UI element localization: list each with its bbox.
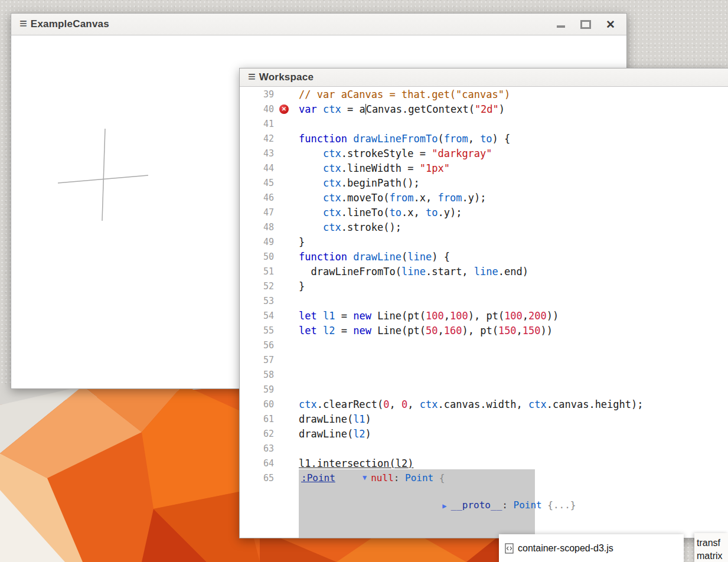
value-class-name: Point	[405, 471, 433, 485]
code-line[interactable]: 46 ctx.moveTo(from.x, from.y);	[240, 190, 728, 205]
code-text: ctx.lineTo(to.x, to.y);	[294, 207, 462, 218]
code-line[interactable]: 53	[240, 293, 728, 308]
error-icon[interactable]: ✕	[279, 104, 289, 114]
code-token: = a	[341, 103, 365, 115]
code-text: let l2 = new Line(pt(50,160), pt(150,150…	[294, 325, 553, 336]
code-line[interactable]: 62drawLine(l2)	[240, 426, 728, 441]
desktop: ≡ ExampleCanvas ✕ ≡ Workspace 39// var a…	[0, 0, 728, 562]
code-line[interactable]: 60ctx.clearRect(0, 0, ctx.canvas.width, …	[240, 397, 728, 411]
code-line[interactable]: 58	[240, 367, 728, 382]
example-canvas-title: ExampleCanvas	[31, 18, 109, 30]
code-token	[317, 310, 323, 322]
proto-name: __proto__	[451, 499, 502, 511]
code-token: 150	[498, 325, 517, 336]
workspace-titlebar[interactable]: ≡ Workspace	[240, 68, 728, 87]
code-token: .moveTo(	[341, 192, 390, 204]
proto-class-name: Point	[514, 499, 542, 511]
code-line[interactable]: 45 ctx.beginPath();	[240, 175, 728, 190]
proto-separator: :	[502, 499, 513, 511]
code-line[interactable]: 51 drawLineFromTo(line.start, line.end)	[240, 264, 728, 279]
code-token: ,	[517, 325, 523, 336]
code-token	[299, 148, 323, 159]
code-token: ctx	[323, 177, 341, 189]
code-token: .x,	[401, 207, 426, 218]
line-number: 54	[240, 311, 274, 321]
code-token: new	[353, 310, 371, 322]
file-list-item[interactable]: container-scoped-d3.js	[518, 543, 613, 554]
code-token: ), pt(	[462, 325, 498, 336]
code-line[interactable]: 42function drawLineFromTo(from, to) {	[240, 131, 728, 146]
value-null: null	[371, 471, 394, 485]
code-line[interactable]: 43 ctx.strokeStyle = "darkgray"	[240, 146, 728, 161]
code-line[interactable]: 50function drawLine(line) {	[240, 249, 728, 264]
line-number: 42	[240, 133, 274, 144]
code-line[interactable]: 54let l1 = new Line(pt(100,100), pt(100,…	[240, 308, 728, 323]
line-number: 59	[240, 384, 274, 395]
code-editor[interactable]: 39// var aCanvas = that.get("canvas")40✕…	[240, 87, 728, 538]
code-text: ctx.beginPath();	[294, 177, 420, 189]
code-text: function drawLine(line) {	[294, 251, 450, 263]
window-controls: ✕	[556, 19, 616, 30]
code-token: "1px"	[420, 162, 450, 174]
value-separator: :	[394, 471, 405, 485]
code-line[interactable]: 41	[240, 116, 728, 131]
code-line[interactable]: 39// var aCanvas = that.get("canvas")	[240, 87, 728, 102]
line-number: 65	[240, 473, 274, 483]
code-token: Line(pt(	[371, 310, 426, 322]
code-token	[299, 162, 323, 174]
code-token: from	[438, 192, 462, 204]
code-token: )	[365, 413, 371, 425]
code-line[interactable]: 52}	[240, 279, 728, 293]
collapse-arrow-icon[interactable]: ▼	[363, 471, 367, 485]
code-line[interactable]: 55let l2 = new Line(pt(50,160), pt(150,1…	[240, 323, 728, 338]
hamburger-menu-icon[interactable]: ≡	[11, 17, 31, 31]
code-token: l2	[323, 325, 335, 336]
close-button[interactable]: ✕	[605, 19, 616, 30]
code-token: ,	[407, 398, 419, 410]
expand-arrow-icon[interactable]: ▶	[442, 502, 446, 510]
code-line[interactable]: 47 ctx.lineTo(to.x, to.y);	[240, 205, 728, 220]
code-token: 160	[444, 325, 462, 336]
code-token: .y);	[462, 192, 486, 204]
code-token: to	[426, 207, 438, 218]
code-line[interactable]: 57	[240, 352, 728, 367]
minimize-button[interactable]	[556, 19, 566, 30]
code-token: l1	[323, 310, 335, 322]
code-token: "darkgray"	[432, 148, 492, 159]
code-token: 0	[401, 398, 407, 410]
code-token: ,	[444, 310, 450, 322]
code-token: ,	[523, 310, 528, 322]
code-line[interactable]: 49}	[240, 234, 728, 249]
code-line[interactable]: 64l1.intersection(l2)	[240, 456, 728, 470]
code-line[interactable]: 63	[240, 441, 728, 456]
code-line[interactable]: 44 ctx.lineWidth = "1px"	[240, 161, 728, 175]
code-token: function	[299, 133, 347, 145]
code-token: 200	[528, 310, 547, 322]
maximize-button[interactable]	[580, 19, 591, 30]
code-token: ctx	[323, 103, 341, 115]
code-token: drawLine(	[299, 428, 353, 440]
line-number: 61	[240, 414, 274, 424]
code-token: 100	[450, 310, 468, 322]
inspector-widget[interactable]: :Point ▼ null: Point { ▶__proto__: Point…	[299, 469, 535, 538]
hamburger-menu-icon[interactable]: ≡	[240, 70, 259, 84]
code-lines: 39// var aCanvas = that.get("canvas")40✕…	[240, 87, 728, 485]
code-token: 100	[426, 310, 444, 322]
result-type-link[interactable]: :Point	[301, 471, 363, 485]
code-line[interactable]: 48 ctx.stroke();	[240, 220, 728, 234]
code-token: drawLine	[353, 251, 401, 263]
code-text: var ctx = aCanvas.getContext("2d")	[294, 103, 505, 115]
code-token: 0	[383, 398, 389, 410]
code-token: to	[390, 207, 401, 218]
code-token: )	[365, 428, 371, 440]
code-line[interactable]: 59	[240, 382, 728, 397]
code-line[interactable]: 40✕var ctx = aCanvas.getContext("2d")	[240, 102, 728, 116]
code-token: to	[480, 133, 492, 145]
code-text: l1.intersection(l2)	[294, 458, 413, 469]
code-text: drawLineFromTo(line.start, line.end)	[294, 266, 528, 277]
code-line[interactable]: 61drawLine(l1)	[240, 411, 728, 426]
code-line[interactable]: 56	[240, 338, 728, 352]
example-canvas-titlebar[interactable]: ≡ ExampleCanvas ✕	[11, 14, 626, 35]
code-token: // var aCanvas = that.get("canvas")	[299, 89, 510, 100]
line-number: 39	[240, 89, 274, 100]
